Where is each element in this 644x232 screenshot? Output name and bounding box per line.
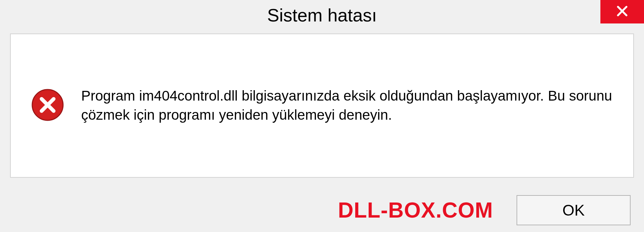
- error-message: Program im404control.dll bilgisayarınızd…: [81, 86, 613, 124]
- dialog-title: Sistem hatası: [267, 5, 377, 25]
- watermark-text: DLL-BOX.COM: [338, 198, 493, 223]
- close-button[interactable]: [600, 0, 644, 23]
- ok-button-label: OK: [562, 201, 585, 219]
- footer-bar: DLL-BOX.COM OK: [0, 195, 644, 225]
- ok-button[interactable]: OK: [517, 195, 631, 225]
- content-panel: Program im404control.dll bilgisayarınızd…: [10, 34, 634, 178]
- error-icon: [31, 88, 64, 123]
- error-dialog: Sistem hatası Program im404control.dll b…: [0, 0, 644, 232]
- title-bar: Sistem hatası: [0, 0, 644, 30]
- close-icon: [616, 5, 629, 19]
